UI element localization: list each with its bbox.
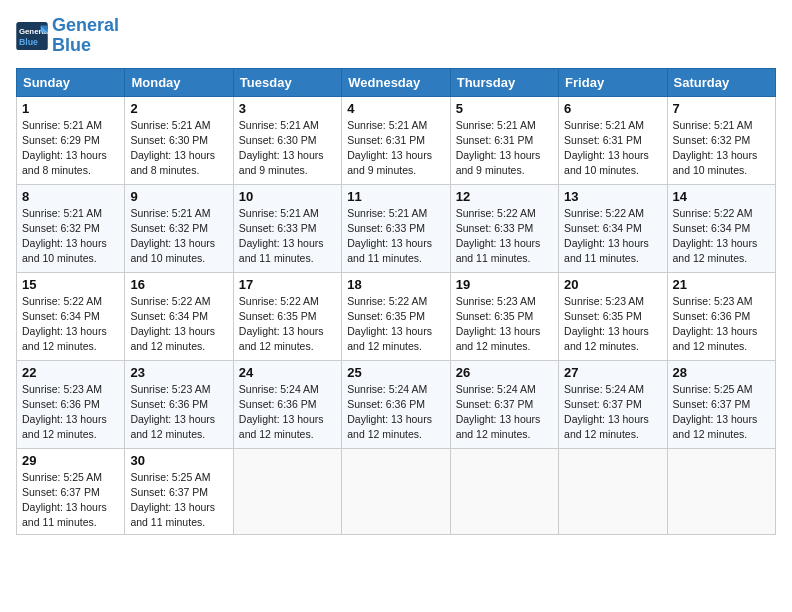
day-number: 2 [130, 101, 227, 116]
calendar-day-cell: 16 Sunrise: 5:22 AM Sunset: 6:34 PM Dayl… [125, 272, 233, 360]
day-number: 18 [347, 277, 444, 292]
day-info: Sunrise: 5:22 AM Sunset: 6:35 PM Dayligh… [239, 294, 336, 355]
calendar-day-cell: 17 Sunrise: 5:22 AM Sunset: 6:35 PM Dayl… [233, 272, 341, 360]
calendar-day-cell: 22 Sunrise: 5:23 AM Sunset: 6:36 PM Dayl… [17, 360, 125, 448]
day-number: 19 [456, 277, 553, 292]
sunset-label: Sunset: 6:35 PM [456, 310, 534, 322]
sunset-label: Sunset: 6:35 PM [239, 310, 317, 322]
day-number: 23 [130, 365, 227, 380]
calendar-day-cell: 13 Sunrise: 5:22 AM Sunset: 6:34 PM Dayl… [559, 184, 667, 272]
calendar-day-cell: 23 Sunrise: 5:23 AM Sunset: 6:36 PM Dayl… [125, 360, 233, 448]
calendar-table: SundayMondayTuesdayWednesdayThursdayFrid… [16, 68, 776, 536]
daylight-label: Daylight: 13 hoursand 9 minutes. [239, 149, 324, 176]
day-info: Sunrise: 5:24 AM Sunset: 6:37 PM Dayligh… [456, 382, 553, 443]
daylight-label: Daylight: 13 hoursand 10 minutes. [22, 237, 107, 264]
sunrise-label: Sunrise: 5:21 AM [239, 207, 319, 219]
sunset-label: Sunset: 6:32 PM [22, 222, 100, 234]
sunset-label: Sunset: 6:37 PM [673, 398, 751, 410]
sunset-label: Sunset: 6:36 PM [130, 398, 208, 410]
day-number: 17 [239, 277, 336, 292]
daylight-label: Daylight: 13 hoursand 12 minutes. [456, 325, 541, 352]
day-number: 26 [456, 365, 553, 380]
day-info: Sunrise: 5:22 AM Sunset: 6:35 PM Dayligh… [347, 294, 444, 355]
logo: General Blue GeneralBlue [16, 16, 119, 56]
calendar-day-cell: 24 Sunrise: 5:24 AM Sunset: 6:36 PM Dayl… [233, 360, 341, 448]
sunset-label: Sunset: 6:35 PM [564, 310, 642, 322]
day-number: 22 [22, 365, 119, 380]
sunset-label: Sunset: 6:36 PM [347, 398, 425, 410]
daylight-label: Daylight: 13 hoursand 12 minutes. [673, 325, 758, 352]
sunset-label: Sunset: 6:33 PM [456, 222, 534, 234]
sunset-label: Sunset: 6:32 PM [673, 134, 751, 146]
calendar-day-cell: 30 Sunrise: 5:25 AM Sunset: 6:37 PM Dayl… [125, 448, 233, 535]
day-info: Sunrise: 5:21 AM Sunset: 6:33 PM Dayligh… [239, 206, 336, 267]
day-number: 30 [130, 453, 227, 468]
sunset-label: Sunset: 6:31 PM [564, 134, 642, 146]
day-info: Sunrise: 5:23 AM Sunset: 6:36 PM Dayligh… [22, 382, 119, 443]
sunset-label: Sunset: 6:31 PM [347, 134, 425, 146]
day-info: Sunrise: 5:25 AM Sunset: 6:37 PM Dayligh… [130, 470, 227, 531]
day-info: Sunrise: 5:23 AM Sunset: 6:35 PM Dayligh… [456, 294, 553, 355]
sunrise-label: Sunrise: 5:23 AM [456, 295, 536, 307]
day-info: Sunrise: 5:24 AM Sunset: 6:37 PM Dayligh… [564, 382, 661, 443]
weekday-header-row: SundayMondayTuesdayWednesdayThursdayFrid… [17, 68, 776, 96]
sunrise-label: Sunrise: 5:22 AM [456, 207, 536, 219]
daylight-label: Daylight: 13 hoursand 12 minutes. [130, 413, 215, 440]
weekday-header-cell: Friday [559, 68, 667, 96]
calendar-day-cell: 10 Sunrise: 5:21 AM Sunset: 6:33 PM Dayl… [233, 184, 341, 272]
day-info: Sunrise: 5:21 AM Sunset: 6:32 PM Dayligh… [22, 206, 119, 267]
sunrise-label: Sunrise: 5:25 AM [22, 471, 102, 483]
sunset-label: Sunset: 6:30 PM [130, 134, 208, 146]
daylight-label: Daylight: 13 hoursand 12 minutes. [456, 413, 541, 440]
day-number: 29 [22, 453, 119, 468]
daylight-label: Daylight: 13 hoursand 12 minutes. [239, 325, 324, 352]
day-number: 13 [564, 189, 661, 204]
calendar-day-cell: 18 Sunrise: 5:22 AM Sunset: 6:35 PM Dayl… [342, 272, 450, 360]
day-number: 24 [239, 365, 336, 380]
daylight-label: Daylight: 13 hoursand 12 minutes. [22, 413, 107, 440]
weekday-header-cell: Thursday [450, 68, 558, 96]
daylight-label: Daylight: 13 hoursand 10 minutes. [130, 237, 215, 264]
calendar-day-cell: 8 Sunrise: 5:21 AM Sunset: 6:32 PM Dayli… [17, 184, 125, 272]
sunrise-label: Sunrise: 5:22 AM [239, 295, 319, 307]
day-number: 28 [673, 365, 770, 380]
day-info: Sunrise: 5:21 AM Sunset: 6:33 PM Dayligh… [347, 206, 444, 267]
sunrise-label: Sunrise: 5:21 AM [130, 119, 210, 131]
daylight-label: Daylight: 13 hoursand 12 minutes. [130, 325, 215, 352]
day-info: Sunrise: 5:21 AM Sunset: 6:32 PM Dayligh… [130, 206, 227, 267]
sunrise-label: Sunrise: 5:24 AM [564, 383, 644, 395]
calendar-day-cell: 28 Sunrise: 5:25 AM Sunset: 6:37 PM Dayl… [667, 360, 775, 448]
sunrise-label: Sunrise: 5:22 AM [564, 207, 644, 219]
sunrise-label: Sunrise: 5:21 AM [673, 119, 753, 131]
day-number: 11 [347, 189, 444, 204]
day-number: 12 [456, 189, 553, 204]
sunrise-label: Sunrise: 5:22 AM [673, 207, 753, 219]
weekday-header-cell: Monday [125, 68, 233, 96]
sunrise-label: Sunrise: 5:24 AM [456, 383, 536, 395]
day-number: 21 [673, 277, 770, 292]
sunset-label: Sunset: 6:34 PM [673, 222, 751, 234]
daylight-label: Daylight: 13 hoursand 10 minutes. [673, 149, 758, 176]
day-info: Sunrise: 5:22 AM Sunset: 6:33 PM Dayligh… [456, 206, 553, 267]
sunrise-label: Sunrise: 5:25 AM [673, 383, 753, 395]
day-number: 5 [456, 101, 553, 116]
sunrise-label: Sunrise: 5:21 AM [347, 119, 427, 131]
daylight-label: Daylight: 13 hoursand 12 minutes. [564, 325, 649, 352]
day-info: Sunrise: 5:22 AM Sunset: 6:34 PM Dayligh… [564, 206, 661, 267]
day-info: Sunrise: 5:21 AM Sunset: 6:31 PM Dayligh… [347, 118, 444, 179]
day-number: 7 [673, 101, 770, 116]
sunset-label: Sunset: 6:37 PM [456, 398, 534, 410]
day-number: 9 [130, 189, 227, 204]
sunset-label: Sunset: 6:36 PM [22, 398, 100, 410]
calendar-day-cell [233, 448, 341, 535]
weekday-header-cell: Tuesday [233, 68, 341, 96]
calendar-day-cell [559, 448, 667, 535]
sunset-label: Sunset: 6:35 PM [347, 310, 425, 322]
calendar-day-cell: 1 Sunrise: 5:21 AM Sunset: 6:29 PM Dayli… [17, 96, 125, 184]
day-number: 14 [673, 189, 770, 204]
day-info: Sunrise: 5:23 AM Sunset: 6:36 PM Dayligh… [673, 294, 770, 355]
calendar-day-cell: 26 Sunrise: 5:24 AM Sunset: 6:37 PM Dayl… [450, 360, 558, 448]
sunrise-label: Sunrise: 5:21 AM [347, 207, 427, 219]
calendar-week-row: 1 Sunrise: 5:21 AM Sunset: 6:29 PM Dayli… [17, 96, 776, 184]
day-number: 3 [239, 101, 336, 116]
